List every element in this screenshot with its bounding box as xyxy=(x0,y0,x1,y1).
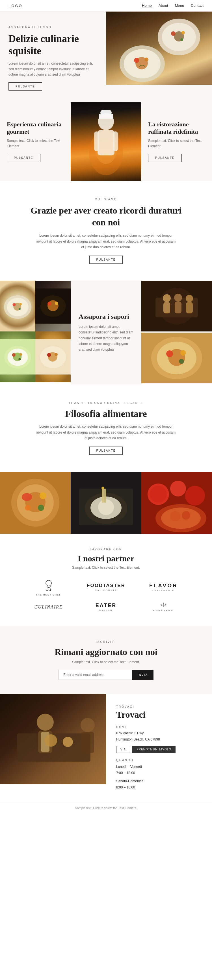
nav-contact[interactable]: Contact xyxy=(191,3,204,8)
hours1-time: 7:00 – 18:00 xyxy=(116,771,135,775)
svg-point-47 xyxy=(174,294,182,302)
food-travel-name: FOOD & TRAVEL xyxy=(153,609,174,612)
trovaci-hours: Lunedì – Venerdì 7:00 – 18:00 Sabato-Dom… xyxy=(116,764,202,791)
svg-point-24 xyxy=(19,308,21,310)
eater-name: EATER xyxy=(96,602,117,609)
nav-menu[interactable]: Menu xyxy=(175,3,184,8)
svg-point-22 xyxy=(13,303,16,306)
raffinata-body: Sample text. Click to select the Text El… xyxy=(148,138,205,149)
assapora-body: Lorem ipsum dolor sit amet, consetetur s… xyxy=(79,324,133,353)
iscriviti-section: ISCRIVITI Rimani aggiornato con noi Samp… xyxy=(0,626,212,694)
filosofia-overline: TI ASPETTA UNA CUCINA ELEGANTE xyxy=(22,401,190,404)
svg-point-10 xyxy=(145,57,148,62)
food-row-img-2 xyxy=(71,472,141,535)
svg-point-62 xyxy=(22,493,32,501)
food-tile-4 xyxy=(35,331,71,382)
food-tile-4-svg xyxy=(35,331,71,382)
svg-point-49 xyxy=(186,295,193,302)
food-row-section xyxy=(0,472,212,534)
filosofia-button[interactable]: PULSANTE xyxy=(89,447,123,455)
hero-image xyxy=(106,11,212,85)
culinaire-name: Culinaire xyxy=(34,605,63,609)
esperienza-button[interactable]: PULSANTE xyxy=(7,154,40,162)
chef-svg xyxy=(78,102,134,181)
svg-point-83 xyxy=(46,580,51,586)
svg-point-23 xyxy=(19,303,22,305)
partner-logo-culinaire: Culinaire xyxy=(34,604,63,610)
dove-label: DOVE xyxy=(116,725,202,729)
assapora-right-bot-svg xyxy=(141,332,212,383)
svg-point-9 xyxy=(134,58,139,63)
svg-point-77 xyxy=(170,481,186,496)
svg-point-92 xyxy=(63,737,73,747)
hero-text-block: ASSAPORA IL LUSSO Delizie culinarie squi… xyxy=(0,11,106,102)
assapora-right-top-svg xyxy=(141,281,212,331)
svg-point-93 xyxy=(80,718,95,732)
svg-rect-46 xyxy=(163,302,170,313)
hero-body: Lorem ipsum dolor sit amet, consectetur … xyxy=(8,61,98,77)
foodtaster-sub: CALIFORNIA xyxy=(87,589,125,592)
partner-logos-grid: THE BEST CHEF FOODTASTER CALIFORNIA FLAV… xyxy=(24,578,188,612)
svg-rect-50 xyxy=(186,302,193,313)
hero-overline: ASSAPORA IL LUSSO xyxy=(8,25,98,29)
foodtaster-name: FOODTASTER xyxy=(87,582,125,589)
svg-rect-18 xyxy=(113,132,118,151)
raffinata-block: La ristorazione raffinata ridefinita Sam… xyxy=(141,102,212,181)
nav-links: Home About Menu Contact xyxy=(142,3,204,8)
best-chef-icon xyxy=(42,578,56,592)
trovaci-section: TROVACI Trovaci DOVE 676 Pacific C Hwy H… xyxy=(0,694,212,802)
navigation: logo Home About Menu Contact xyxy=(0,0,212,11)
nav-home[interactable]: Home xyxy=(142,3,152,8)
svg-rect-94 xyxy=(81,732,94,753)
filosofia-section: TI ASPETTA UNA CUCINA ELEGANTE Filosofia… xyxy=(0,385,212,472)
svg-point-55 xyxy=(166,350,173,357)
esperienza-block: Esperienza culinaria gourmet Sample text… xyxy=(0,102,71,181)
raffinata-title: La ristorazione raffinata ridefinita xyxy=(148,121,205,135)
svg-point-4 xyxy=(181,31,185,34)
svg-point-78 xyxy=(185,486,205,506)
svg-rect-16 xyxy=(98,130,114,156)
nav-about[interactable]: About xyxy=(159,3,168,8)
section2: Esperienza culinaria gourmet Sample text… xyxy=(0,102,212,181)
hero-section: ASSAPORA IL LUSSO Delizie culinarie squi… xyxy=(0,11,212,102)
chi-siamo-overline: CHI SIAMO xyxy=(22,198,190,201)
email-form: INVIA xyxy=(22,670,190,680)
food-row-img-1 xyxy=(0,472,71,535)
chef-image xyxy=(71,102,141,181)
partner-logo-flavor: FLAVOR CALIFORNIA xyxy=(149,582,178,592)
via-button[interactable]: VIA xyxy=(116,746,130,753)
raffinata-button[interactable]: PULSANTE xyxy=(148,154,182,162)
assapora-section: Assapora i sapori Lorem ipsum dolor sit … xyxy=(0,281,212,385)
prenota-button[interactable]: PRENOTA UN TAVOLO xyxy=(132,746,175,753)
hours2-time: 8:00 – 18:00 xyxy=(116,785,135,789)
assapora-right-top xyxy=(141,281,212,332)
quando-label: QUANDO xyxy=(116,759,202,762)
food-tile-2 xyxy=(35,281,71,331)
hours2-label: Sabato-Domenica xyxy=(116,779,143,783)
chi-siamo-body: Lorem ipsum dolor sit amet, consetetur s… xyxy=(35,233,177,250)
email-input[interactable] xyxy=(58,670,132,680)
partner-logo-best-chef: THE BEST CHEF xyxy=(36,578,61,596)
svg-point-34 xyxy=(12,353,16,357)
chi-siamo-button[interactable]: PULSANTE xyxy=(89,256,123,264)
iscriviti-button[interactable]: INVIA xyxy=(132,670,154,680)
svg-point-81 xyxy=(170,511,180,521)
svg-point-56 xyxy=(180,350,186,356)
food-row-2-svg xyxy=(71,472,141,534)
svg-point-5 xyxy=(180,38,183,41)
logo: logo xyxy=(8,4,22,8)
trovaci-image xyxy=(0,694,106,802)
flavor-name: FLAVOR xyxy=(149,582,178,589)
hours1-label: Lunedì – Venerdì xyxy=(116,765,142,769)
hero-button[interactable]: PULSANTE xyxy=(8,83,42,91)
iscriviti-title: Rimani aggiornato con noi xyxy=(22,647,190,657)
partner-body: Sample text. Click to select the Text El… xyxy=(11,566,201,570)
svg-rect-15 xyxy=(100,110,112,115)
svg-point-76 xyxy=(150,486,167,503)
svg-point-40 xyxy=(47,353,51,357)
filosofia-body: Lorem ipsum dolor sit amet, consetetur s… xyxy=(35,424,177,441)
filosofia-title: Filosofia alimentare xyxy=(22,409,190,419)
svg-point-3 xyxy=(171,31,175,36)
hero-title: Delizie culinarie squisite xyxy=(8,33,98,57)
svg-point-91 xyxy=(45,734,57,747)
